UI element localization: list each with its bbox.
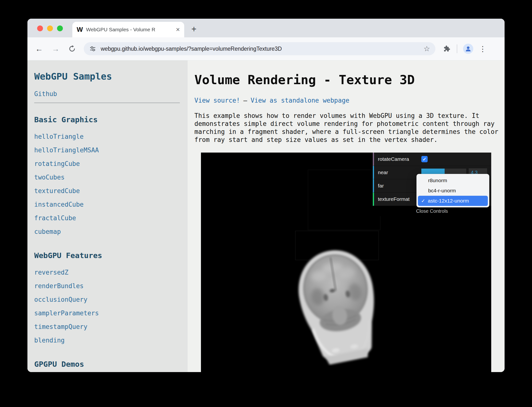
- sidebar-link-fractalCube[interactable]: fractalCube: [34, 214, 76, 222]
- rotate-camera-checkbox[interactable]: ✓: [421, 156, 428, 162]
- rotate-camera-label: rotateCamera: [374, 156, 421, 162]
- desktop-background: W WebGPU Samples - Volume R × + ← →: [0, 0, 532, 407]
- url-text[interactable]: webgpu.github.io/webgpu-samples/?sample=…: [101, 46, 282, 52]
- basic-graphics-list: helloTriangle helloTriangleMSAA rotating…: [34, 130, 180, 239]
- toolbar-separator: [457, 44, 457, 53]
- profile-avatar[interactable]: [463, 44, 473, 54]
- tab-strip: W WebGPU Samples - Volume R × +: [27, 19, 505, 37]
- near-label: near: [374, 170, 421, 175]
- webgpu-features-list: reversedZ renderBundles occlusionQuery s…: [34, 266, 180, 348]
- tab-title: WebGPU Samples - Volume R: [86, 27, 174, 33]
- address-bar[interactable]: webgpu.github.io/webgpu-samples/?sample=…: [84, 42, 435, 55]
- reload-icon[interactable]: [67, 45, 77, 53]
- sidebar-link-reversedZ[interactable]: reversedZ: [34, 269, 68, 276]
- fullscreen-window-button[interactable]: [57, 25, 63, 31]
- list-item: rotatingCube: [34, 157, 180, 171]
- sidebar-divider: [34, 103, 180, 103]
- sidebar-link-twoCubes[interactable]: twoCubes: [34, 174, 65, 181]
- sidebar-link-rotatingCube[interactable]: rotatingCube: [34, 160, 80, 167]
- list-item: helloTriangle: [34, 130, 180, 144]
- dropdown-option-astc-selected[interactable]: ✓ astc-12x12-unorm: [418, 196, 488, 206]
- webgpu-canvas[interactable]: rotateCamera ✓ near 4.3 far: [201, 153, 491, 372]
- list-item: twoCubes: [34, 171, 180, 185]
- volume-bounds-hint: [308, 170, 381, 230]
- sidebar-link-instancedCube[interactable]: instancedCube: [34, 201, 84, 208]
- checkmark-icon: ✓: [421, 198, 425, 203]
- webgpu-favicon-icon: W: [77, 26, 82, 33]
- list-item: instancedCube: [34, 198, 180, 212]
- section-heading-webgpu-features: WebGPU Features: [34, 251, 180, 260]
- sidebar-link-cubemap[interactable]: cubemap: [34, 228, 61, 235]
- forward-icon[interactable]: →: [50, 44, 61, 53]
- sample-main-area: Volume Rendering - Texture 3D View sourc…: [188, 60, 505, 372]
- new-tab-button[interactable]: +: [189, 24, 199, 35]
- checkmark-icon: ✓: [423, 157, 426, 162]
- list-item: renderBundles: [34, 280, 180, 293]
- sidebar-link-renderBundles[interactable]: renderBundles: [34, 282, 84, 290]
- links-separator: —: [243, 97, 247, 104]
- minimize-window-button[interactable]: [47, 25, 53, 31]
- list-item: samplerParameters: [34, 307, 180, 320]
- list-item: fractalCube: [34, 212, 180, 225]
- list-item: cubemap: [34, 225, 180, 239]
- standalone-webpage-link[interactable]: View as standalone webpage: [251, 97, 349, 104]
- dropdown-option-label: astc-12x12-unorm: [428, 196, 469, 206]
- mri-brain-visualization: [281, 245, 395, 366]
- sidebar-link-texturedCube[interactable]: texturedCube: [34, 187, 80, 195]
- browser-tab[interactable]: W WebGPU Samples - Volume R ×: [72, 22, 184, 37]
- list-item: occlusionQuery: [34, 293, 180, 307]
- browser-window: W WebGPU Samples - Volume R × + ← →: [27, 19, 505, 372]
- sample-links: View source!—View as standalone webpage: [194, 96, 505, 105]
- list-item: reversedZ: [34, 266, 180, 280]
- extensions-puzzle-icon[interactable]: [443, 45, 450, 53]
- gui-close-button[interactable]: Close Controls: [373, 206, 491, 216]
- back-icon[interactable]: ←: [34, 44, 44, 53]
- section-heading-gpgpu-demos: GPGPU Demos: [34, 360, 180, 368]
- tab-close-icon[interactable]: ×: [176, 26, 180, 33]
- page-content: WebGPU Samples Github Basic Graphics hel…: [27, 60, 505, 372]
- list-item: timestampQuery: [34, 320, 180, 334]
- page-title: Volume Rendering - Texture 3D: [194, 73, 505, 87]
- list-item: blending: [34, 334, 180, 348]
- sidebar-link-samplerParameters[interactable]: samplerParameters: [34, 309, 99, 317]
- far-label: far: [374, 183, 421, 189]
- list-item: helloTriangleMSAA: [34, 144, 180, 157]
- section-heading-basic-graphics: Basic Graphics: [34, 115, 180, 124]
- browser-menu-icon[interactable]: ⋮: [479, 45, 486, 53]
- gui-row-rotate-camera: rotateCamera ✓: [373, 153, 491, 166]
- sidebar-link-blending[interactable]: blending: [34, 337, 65, 344]
- view-source-link[interactable]: View source!: [194, 97, 240, 104]
- texture-format-dropdown: r8unorm bc4-r-unorm ✓ astc-12x12-unorm: [416, 174, 489, 207]
- site-settings-icon[interactable]: [89, 45, 96, 52]
- browser-toolbar: ← → webgpu.github.io/webgpu-samples/?sam…: [27, 37, 505, 60]
- texture-format-label: textureFormat: [374, 196, 421, 202]
- sidebar-link-occlusionQuery[interactable]: occlusionQuery: [34, 296, 87, 303]
- dropdown-option-r8unorm[interactable]: r8unorm: [418, 175, 488, 186]
- samples-sidebar: WebGPU Samples Github Basic Graphics hel…: [27, 60, 188, 372]
- list-item: texturedCube: [34, 185, 180, 198]
- bookmark-star-icon[interactable]: ☆: [424, 45, 430, 52]
- sidebar-link-timestampQuery[interactable]: timestampQuery: [34, 323, 87, 330]
- github-link[interactable]: Github: [34, 90, 180, 98]
- window-controls: [37, 25, 63, 31]
- sample-description: This example shows how to render volumes…: [194, 112, 499, 144]
- sidebar-title: WebGPU Samples: [34, 71, 180, 82]
- sidebar-link-helloTriangle[interactable]: helloTriangle: [34, 133, 84, 140]
- close-window-button[interactable]: [37, 25, 43, 31]
- sidebar-link-helloTriangleMSAA[interactable]: helloTriangleMSAA: [34, 147, 99, 154]
- dropdown-option-bc4-r-unorm[interactable]: bc4-r-unorm: [418, 186, 488, 196]
